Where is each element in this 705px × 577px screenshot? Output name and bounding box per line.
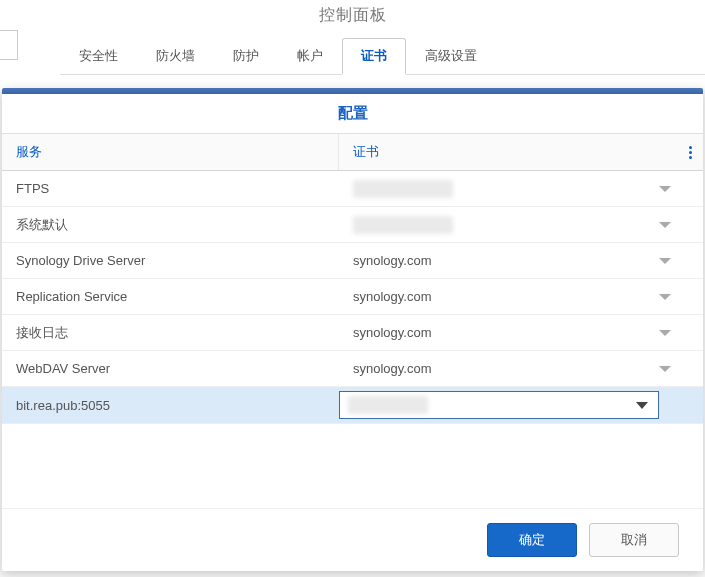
cert-value-redacted [353,180,453,198]
modal-footer: 确定 取消 [2,508,703,571]
table-row[interactable]: FTPS [2,171,703,207]
cert-dropdown[interactable] [339,391,659,419]
chevron-down-icon [659,186,671,192]
tabs-bar: 安全性 防火墙 防护 帐户 证书 高级设置 [60,38,705,75]
column-menu-button[interactable] [677,134,703,170]
cert-value: synology.com [339,253,659,268]
chevron-down-icon [659,330,671,336]
more-icon [689,146,692,159]
tab-protection[interactable]: 防护 [214,38,278,74]
page-title: 控制面板 [0,0,705,26]
corner-decoration [0,30,18,60]
chevron-down-icon [659,366,671,372]
cert-cell[interactable] [339,176,703,202]
ok-button[interactable]: 确定 [487,523,577,557]
cancel-button[interactable]: 取消 [589,523,679,557]
chevron-down-icon [659,222,671,228]
cert-cell [339,387,703,423]
cert-value-redacted [353,216,453,234]
cert-value: synology.com [339,361,659,376]
service-name: bit.rea.pub:5055 [2,390,339,421]
service-name: 接收日志 [2,316,339,350]
column-service[interactable]: 服务 [2,134,339,170]
tab-certificate[interactable]: 证书 [342,38,406,75]
services-table: 服务 证书 FTPS 系统默认 [2,134,703,424]
cert-cell[interactable]: synology.com [339,357,703,380]
table-row[interactable]: WebDAV Server synology.com [2,351,703,387]
table-header: 服务 证书 [2,134,703,171]
service-name: 系统默认 [2,208,339,242]
tab-advanced[interactable]: 高级设置 [406,38,496,74]
cert-cell[interactable]: synology.com [339,285,703,308]
service-name: WebDAV Server [2,353,339,384]
cert-value: synology.com [339,325,659,340]
table-row[interactable]: bit.rea.pub:5055 [2,387,703,424]
table-row[interactable]: Replication Service synology.com [2,279,703,315]
tab-account[interactable]: 帐户 [278,38,342,74]
modal-title: 配置 [2,94,703,134]
modal-body: 服务 证书 FTPS 系统默认 [2,134,703,508]
table-row[interactable]: Synology Drive Server synology.com [2,243,703,279]
chevron-down-icon [659,258,671,264]
chevron-down-icon [659,294,671,300]
service-name: FTPS [2,173,339,204]
table-row[interactable]: 接收日志 synology.com [2,315,703,351]
service-name: Replication Service [2,281,339,312]
cert-value-redacted [348,396,428,414]
column-cert[interactable]: 证书 [339,134,677,170]
cert-value: synology.com [339,289,659,304]
table-row[interactable]: 系统默认 [2,207,703,243]
modal-backdrop: 配置 服务 证书 FTPS [0,88,705,577]
control-panel-header: 控制面板 安全性 防火墙 防护 帐户 证书 高级设置 [0,0,705,90]
tab-firewall[interactable]: 防火墙 [137,38,214,74]
chevron-down-icon [636,402,648,409]
cert-cell[interactable]: synology.com [339,249,703,272]
cert-cell[interactable]: synology.com [339,321,703,344]
cert-cell[interactable] [339,212,703,238]
configure-modal: 配置 服务 证书 FTPS [2,88,703,571]
tab-security[interactable]: 安全性 [60,38,137,74]
service-name: Synology Drive Server [2,245,339,276]
